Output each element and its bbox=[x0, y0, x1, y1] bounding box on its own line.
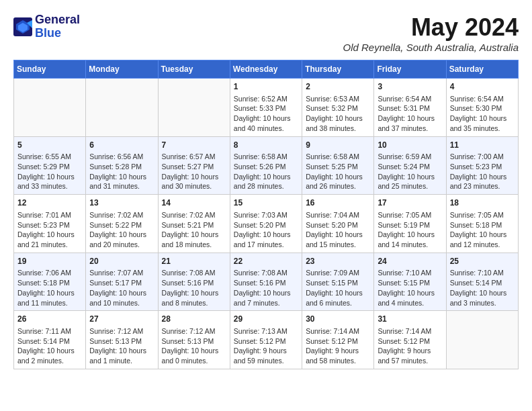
calendar-cell: 5Sunrise: 6:55 AM Sunset: 5:29 PM Daylig… bbox=[14, 136, 86, 195]
day-number: 24 bbox=[378, 256, 442, 267]
day-info: Sunrise: 7:00 AM Sunset: 5:23 PM Dayligh… bbox=[450, 152, 515, 191]
day-info: Sunrise: 7:06 AM Sunset: 5:18 PM Dayligh… bbox=[17, 268, 82, 308]
day-info: Sunrise: 7:01 AM Sunset: 5:23 PM Dayligh… bbox=[17, 210, 82, 250]
calendar-cell: 6Sunrise: 6:56 AM Sunset: 5:28 PM Daylig… bbox=[86, 136, 158, 195]
calendar-cell: 14Sunrise: 7:02 AM Sunset: 5:21 PM Dayli… bbox=[158, 195, 230, 253]
col-header-thursday: Thursday bbox=[302, 60, 374, 79]
calendar-cell: 4Sunrise: 6:54 AM Sunset: 5:30 PM Daylig… bbox=[446, 79, 518, 137]
day-number: 27 bbox=[89, 314, 154, 325]
day-number: 25 bbox=[450, 256, 515, 267]
location: Old Reynella, South Australia, Australia bbox=[343, 42, 519, 53]
day-number: 4 bbox=[450, 81, 515, 93]
logo: General Blue bbox=[13, 13, 80, 40]
calendar-cell: 17Sunrise: 7:05 AM Sunset: 5:19 PM Dayli… bbox=[374, 195, 446, 253]
page-header: General Blue May 2024 Old Reynella, Sout… bbox=[13, 13, 519, 53]
day-number: 22 bbox=[234, 256, 298, 267]
calendar-table: SundayMondayTuesdayWednesdayThursdayFrid… bbox=[13, 60, 519, 369]
week-row-4: 19Sunrise: 7:06 AM Sunset: 5:18 PM Dayli… bbox=[14, 253, 519, 311]
calendar-cell bbox=[86, 79, 158, 137]
day-number: 21 bbox=[162, 256, 226, 267]
day-info: Sunrise: 6:53 AM Sunset: 5:32 PM Dayligh… bbox=[306, 94, 370, 134]
day-number: 29 bbox=[234, 314, 298, 325]
day-number: 9 bbox=[306, 140, 370, 151]
day-number: 3 bbox=[378, 81, 442, 93]
calendar-cell: 16Sunrise: 7:04 AM Sunset: 5:20 PM Dayli… bbox=[302, 195, 374, 253]
day-info: Sunrise: 7:12 AM Sunset: 5:13 PM Dayligh… bbox=[89, 326, 154, 366]
calendar-cell: 25Sunrise: 7:10 AM Sunset: 5:14 PM Dayli… bbox=[446, 253, 518, 311]
col-header-wednesday: Wednesday bbox=[230, 60, 302, 79]
calendar-cell: 20Sunrise: 7:07 AM Sunset: 5:17 PM Dayli… bbox=[86, 253, 158, 311]
day-info: Sunrise: 7:05 AM Sunset: 5:19 PM Dayligh… bbox=[378, 210, 442, 250]
week-row-2: 5Sunrise: 6:55 AM Sunset: 5:29 PM Daylig… bbox=[14, 136, 519, 195]
calendar-cell: 13Sunrise: 7:02 AM Sunset: 5:22 PM Dayli… bbox=[86, 195, 158, 253]
calendar-cell bbox=[14, 79, 86, 137]
day-number: 26 bbox=[17, 314, 82, 325]
day-number: 7 bbox=[162, 140, 226, 151]
calendar-cell: 8Sunrise: 6:58 AM Sunset: 5:26 PM Daylig… bbox=[230, 136, 302, 195]
calendar-cell: 30Sunrise: 7:14 AM Sunset: 5:12 PM Dayli… bbox=[302, 311, 374, 369]
day-number: 15 bbox=[234, 197, 298, 209]
calendar-cell: 19Sunrise: 7:06 AM Sunset: 5:18 PM Dayli… bbox=[14, 253, 86, 311]
day-info: Sunrise: 7:02 AM Sunset: 5:21 PM Dayligh… bbox=[162, 210, 226, 250]
col-header-sunday: Sunday bbox=[14, 60, 86, 79]
day-number: 20 bbox=[89, 256, 154, 267]
day-number: 2 bbox=[306, 81, 370, 93]
day-number: 14 bbox=[162, 197, 226, 209]
calendar-cell: 12Sunrise: 7:01 AM Sunset: 5:23 PM Dayli… bbox=[14, 195, 86, 253]
day-number: 28 bbox=[162, 314, 226, 325]
day-number: 17 bbox=[378, 197, 442, 209]
day-info: Sunrise: 6:58 AM Sunset: 5:25 PM Dayligh… bbox=[306, 152, 370, 191]
day-info: Sunrise: 7:13 AM Sunset: 5:12 PM Dayligh… bbox=[234, 326, 298, 366]
calendar-cell: 21Sunrise: 7:08 AM Sunset: 5:16 PM Dayli… bbox=[158, 253, 230, 311]
day-info: Sunrise: 7:04 AM Sunset: 5:20 PM Dayligh… bbox=[306, 210, 370, 250]
header-row: SundayMondayTuesdayWednesdayThursdayFrid… bbox=[14, 60, 519, 79]
day-number: 8 bbox=[234, 140, 298, 151]
col-header-friday: Friday bbox=[374, 60, 446, 79]
day-number: 6 bbox=[89, 140, 154, 151]
calendar-cell: 29Sunrise: 7:13 AM Sunset: 5:12 PM Dayli… bbox=[230, 311, 302, 369]
day-info: Sunrise: 6:59 AM Sunset: 5:24 PM Dayligh… bbox=[378, 152, 442, 191]
day-number: 16 bbox=[306, 197, 370, 209]
calendar-cell: 1Sunrise: 6:52 AM Sunset: 5:33 PM Daylig… bbox=[230, 79, 302, 137]
day-info: Sunrise: 6:57 AM Sunset: 5:27 PM Dayligh… bbox=[162, 152, 226, 191]
day-info: Sunrise: 7:12 AM Sunset: 5:13 PM Dayligh… bbox=[162, 326, 226, 366]
day-number: 12 bbox=[17, 197, 82, 209]
calendar-cell: 11Sunrise: 7:00 AM Sunset: 5:23 PM Dayli… bbox=[446, 136, 518, 195]
day-number: 31 bbox=[378, 314, 442, 325]
day-info: Sunrise: 7:10 AM Sunset: 5:14 PM Dayligh… bbox=[450, 268, 515, 308]
calendar-cell: 9Sunrise: 6:58 AM Sunset: 5:25 PM Daylig… bbox=[302, 136, 374, 195]
week-row-3: 12Sunrise: 7:01 AM Sunset: 5:23 PM Dayli… bbox=[14, 195, 519, 253]
calendar-cell: 18Sunrise: 7:05 AM Sunset: 5:18 PM Dayli… bbox=[446, 195, 518, 253]
day-info: Sunrise: 7:07 AM Sunset: 5:17 PM Dayligh… bbox=[89, 268, 154, 308]
day-info: Sunrise: 7:14 AM Sunset: 5:12 PM Dayligh… bbox=[306, 326, 370, 366]
title-block: May 2024 Old Reynella, South Australia, … bbox=[343, 13, 519, 53]
day-number: 19 bbox=[17, 256, 82, 267]
day-number: 1 bbox=[234, 81, 298, 93]
calendar-cell: 7Sunrise: 6:57 AM Sunset: 5:27 PM Daylig… bbox=[158, 136, 230, 195]
week-row-1: 1Sunrise: 6:52 AM Sunset: 5:33 PM Daylig… bbox=[14, 79, 519, 137]
day-number: 5 bbox=[17, 140, 82, 151]
calendar-cell: 3Sunrise: 6:54 AM Sunset: 5:31 PM Daylig… bbox=[374, 79, 446, 137]
day-info: Sunrise: 7:08 AM Sunset: 5:16 PM Dayligh… bbox=[162, 268, 226, 308]
day-info: Sunrise: 7:11 AM Sunset: 5:14 PM Dayligh… bbox=[17, 326, 82, 366]
logo-text: General Blue bbox=[35, 13, 80, 40]
calendar-cell: 24Sunrise: 7:10 AM Sunset: 5:15 PM Dayli… bbox=[374, 253, 446, 311]
day-info: Sunrise: 7:02 AM Sunset: 5:22 PM Dayligh… bbox=[89, 210, 154, 250]
month-title: May 2024 bbox=[343, 13, 519, 42]
calendar-cell: 22Sunrise: 7:08 AM Sunset: 5:16 PM Dayli… bbox=[230, 253, 302, 311]
day-number: 18 bbox=[450, 197, 515, 209]
day-info: Sunrise: 7:10 AM Sunset: 5:15 PM Dayligh… bbox=[378, 268, 442, 308]
day-info: Sunrise: 6:55 AM Sunset: 5:29 PM Dayligh… bbox=[17, 152, 82, 191]
day-info: Sunrise: 7:08 AM Sunset: 5:16 PM Dayligh… bbox=[234, 268, 298, 308]
day-number: 13 bbox=[89, 197, 154, 209]
calendar-cell bbox=[446, 311, 518, 369]
calendar-cell: 23Sunrise: 7:09 AM Sunset: 5:15 PM Dayli… bbox=[302, 253, 374, 311]
calendar-cell: 27Sunrise: 7:12 AM Sunset: 5:13 PM Dayli… bbox=[86, 311, 158, 369]
day-number: 23 bbox=[306, 256, 370, 267]
day-info: Sunrise: 7:09 AM Sunset: 5:15 PM Dayligh… bbox=[306, 268, 370, 308]
day-info: Sunrise: 7:14 AM Sunset: 5:12 PM Dayligh… bbox=[378, 326, 442, 366]
calendar-cell: 10Sunrise: 6:59 AM Sunset: 5:24 PM Dayli… bbox=[374, 136, 446, 195]
day-number: 11 bbox=[450, 140, 515, 151]
day-info: Sunrise: 6:58 AM Sunset: 5:26 PM Dayligh… bbox=[234, 152, 298, 191]
day-info: Sunrise: 7:03 AM Sunset: 5:20 PM Dayligh… bbox=[234, 210, 298, 250]
